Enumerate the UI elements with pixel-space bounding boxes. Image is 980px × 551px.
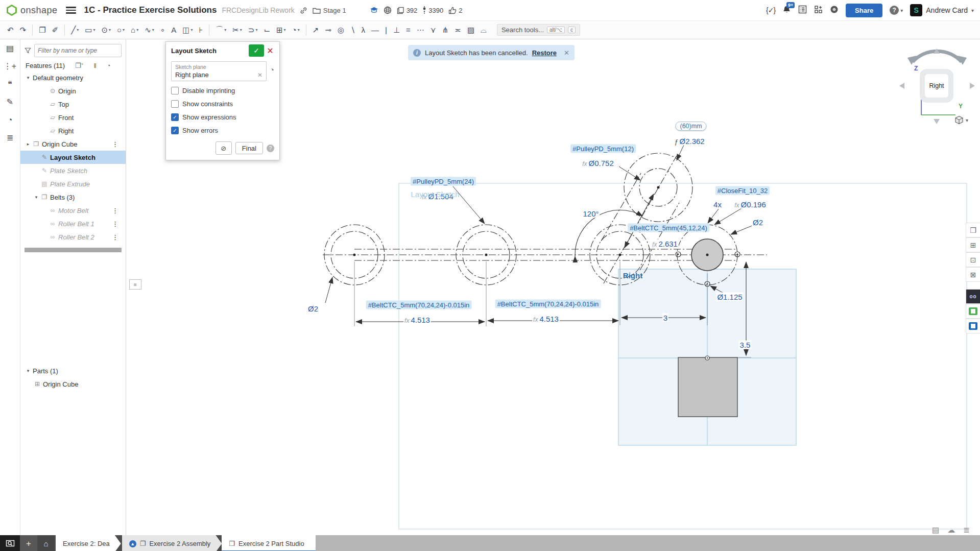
tool-caret-icon[interactable]: ▾ bbox=[224, 28, 226, 32]
user-menu[interactable]: S Andrew Card ▾ bbox=[910, 4, 974, 16]
sketch-plane-field[interactable]: Sketch plane Right plane ✕ bbox=[171, 61, 267, 81]
properties-icon[interactable]: ✎ bbox=[7, 98, 13, 106]
normal-constraint-tool[interactable]: ⋔ bbox=[440, 24, 451, 36]
hatch-tool[interactable]: ▨ bbox=[465, 24, 477, 36]
checkbox-box[interactable] bbox=[171, 87, 179, 94]
edu-flag-icon[interactable] bbox=[370, 7, 378, 14]
midpoint-constraint-tool[interactable]: ⋯ bbox=[414, 24, 427, 36]
perpendicular-constraint-tool[interactable]: ⊥ bbox=[391, 24, 402, 36]
dim-bore[interactable]: Ø1.125 bbox=[716, 293, 743, 301]
filter-funnel-icon[interactable] bbox=[25, 47, 31, 54]
feature-item-right[interactable]: ▱Right bbox=[20, 124, 126, 137]
feature-item-origin[interactable]: ⊙Origin bbox=[20, 84, 126, 98]
feature-item-roller-belt-1[interactable]: ∞Roller Belt 1⋮ bbox=[20, 217, 126, 230]
collapse-panel-handle[interactable]: ≡ bbox=[129, 279, 141, 290]
derived-part-icon[interactable]: ❒ bbox=[966, 223, 980, 237]
mirror-tool[interactable]: ◫▾ bbox=[180, 24, 195, 36]
app-panel-icon[interactable] bbox=[966, 319, 980, 333]
linear-pattern-tool[interactable]: ⊞▾ bbox=[274, 24, 289, 36]
horizontal-constraint-tool[interactable]: — bbox=[369, 24, 381, 36]
tool-caret-icon[interactable]: ▾ bbox=[152, 28, 154, 32]
dim-od-left[interactable]: Ø2 bbox=[307, 304, 319, 313]
banner-close-icon[interactable]: ✕ bbox=[564, 49, 569, 57]
trim-tool[interactable]: ✂▾ bbox=[230, 24, 245, 36]
rollback-clock-icon[interactable]: ◔ bbox=[270, 65, 274, 74]
help-menu[interactable]: ? ▾ bbox=[890, 6, 903, 15]
document-panel-icon[interactable]: ▤ bbox=[6, 44, 14, 53]
dim-ctc-3[interactable]: 3 bbox=[662, 314, 668, 322]
dim-belt-45[interactable]: fx2.631 bbox=[651, 239, 679, 248]
tab-exercise2-dea[interactable]: Exercise 2: Dea bbox=[56, 535, 121, 551]
dim-hole-count[interactable]: 4x bbox=[712, 200, 723, 209]
app-library-icon[interactable] bbox=[966, 304, 980, 319]
rollback-marker-icon[interactable]: ⋮ bbox=[112, 220, 118, 228]
tool-caret-icon[interactable]: ▾ bbox=[284, 28, 286, 32]
dim-angle[interactable]: 120° bbox=[582, 209, 600, 218]
expr-beltctc-45[interactable]: #BeltCTC_5mm(45,12,24) bbox=[628, 224, 709, 232]
line-tool[interactable]: ╱▾ bbox=[68, 24, 81, 36]
polygon-tool[interactable]: ⌂▾ bbox=[128, 24, 141, 36]
configured-parts-icon[interactable]: ⊡ bbox=[966, 252, 980, 267]
checkbox-show-constraints[interactable]: Show constraints bbox=[171, 100, 274, 108]
tab-search-button[interactable] bbox=[0, 535, 20, 551]
sketch-mode-button[interactable]: ⊘ bbox=[216, 141, 232, 155]
parallel-constraint-tool[interactable]: ∖ bbox=[348, 24, 358, 36]
app-react-icon[interactable]: oo bbox=[966, 289, 980, 304]
point-tool[interactable]: ∘ bbox=[158, 24, 168, 36]
search-tools[interactable]: Search tools... alt/⌥ c bbox=[497, 24, 580, 36]
tab-exercise2-assembly[interactable]: ▲ ❐ Exercise 2 Assembly bbox=[122, 535, 222, 551]
dim-35[interactable]: 3.5 bbox=[739, 341, 752, 349]
symmetric-constraint-tool[interactable]: ≍ bbox=[452, 24, 464, 36]
fix-constraint-tool[interactable]: ⌓ bbox=[478, 24, 489, 36]
tool-caret-icon[interactable]: ▾ bbox=[136, 28, 138, 32]
copies-stat[interactable]: 392 bbox=[397, 7, 418, 14]
new-folder-icon[interactable]: ❐+ bbox=[75, 62, 83, 69]
corner-rectangle-tool[interactable]: ▭▾ bbox=[82, 24, 98, 36]
suspend-rollback-icon[interactable]: ‖ bbox=[93, 62, 96, 69]
feature-item-top[interactable]: ▱Top bbox=[20, 98, 126, 111]
feature-item-plate-sketch[interactable]: ✎Plate Sketch bbox=[20, 164, 126, 177]
sketch-text-tool[interactable]: A bbox=[169, 24, 179, 36]
tool-caret-icon[interactable]: ▾ bbox=[77, 28, 79, 32]
history-icon[interactable]: ◔ bbox=[8, 116, 13, 124]
onshape-logo[interactable]: onshape bbox=[6, 5, 58, 16]
undo-tool[interactable]: ↶ bbox=[5, 24, 16, 36]
followers-stat[interactable]: 3390 bbox=[422, 6, 443, 14]
clear-selection-icon[interactable]: ✕ bbox=[257, 71, 262, 79]
rollback-marker-icon[interactable]: ⋮ bbox=[112, 140, 118, 148]
perimeter-circle-tool[interactable]: ○▾ bbox=[114, 24, 127, 36]
vertical-constraint-tool[interactable]: | bbox=[383, 24, 390, 36]
rollback-bar[interactable] bbox=[25, 248, 122, 252]
dimension-tool[interactable]: ⊦ bbox=[196, 24, 205, 36]
feature-item-belts-3-[interactable]: ▾❐Belts (3) bbox=[20, 190, 126, 204]
view-cube[interactable]: Right Z Y ▾ bbox=[893, 42, 980, 130]
expr-pulleypd-24[interactable]: #PulleyPD_5mm(24) bbox=[411, 177, 476, 186]
tool-caret-icon[interactable]: ▾ bbox=[109, 28, 111, 32]
versions-icon[interactable]: ⋮+ bbox=[4, 62, 16, 70]
checkbox-show-expressions[interactable]: ✓Show expressions bbox=[171, 113, 274, 121]
tool-caret-icon[interactable]: ▾ bbox=[93, 28, 95, 32]
feature-item-plate-extrude[interactable]: ▤Plate Extrude bbox=[20, 177, 126, 190]
tool-caret-icon[interactable]: ▾ bbox=[240, 28, 242, 32]
checkbox-box[interactable]: ✓ bbox=[171, 127, 179, 134]
custom-table-icon[interactable]: ⊠ bbox=[966, 267, 980, 282]
expr-pulleypd-12[interactable]: #PulleyPD_5mm(12) bbox=[570, 145, 636, 153]
graphics-canvas[interactable]: (60)mmƒØ2.362#PulleyPD_5mm(12)fxØ0.752#P… bbox=[126, 39, 980, 535]
bom-icon[interactable]: ≣ bbox=[7, 134, 13, 142]
view-options-cube[interactable]: ▾ bbox=[954, 115, 968, 125]
feature-item-front[interactable]: ▱Front bbox=[20, 111, 126, 124]
dim-od-small-pulley[interactable]: ƒØ2.362 bbox=[673, 137, 705, 146]
parts-header-row[interactable]: ▾ Parts (1) bbox=[20, 364, 126, 377]
offset-tool[interactable]: ⊃▾ bbox=[246, 24, 260, 36]
cloud-sync-icon[interactable]: ☁ bbox=[947, 525, 955, 535]
concentric-constraint-tool[interactable]: ◎ bbox=[335, 24, 347, 36]
tool-caret-icon[interactable]: ▾ bbox=[190, 28, 193, 32]
apps-grid-icon[interactable] bbox=[814, 5, 823, 16]
part-item[interactable]: ⊞ Origin Cube bbox=[20, 377, 126, 391]
dim-belt-70-2[interactable]: fx4.513 bbox=[532, 315, 560, 323]
pierce-constraint-tool[interactable]: ⋎ bbox=[428, 24, 439, 36]
rollback-marker-icon[interactable]: ⋮ bbox=[112, 233, 118, 241]
document-location[interactable]: Stage 1 bbox=[313, 7, 346, 14]
likes-stat[interactable]: 2 bbox=[448, 7, 462, 14]
dialog-help-icon[interactable]: ? bbox=[267, 145, 274, 152]
